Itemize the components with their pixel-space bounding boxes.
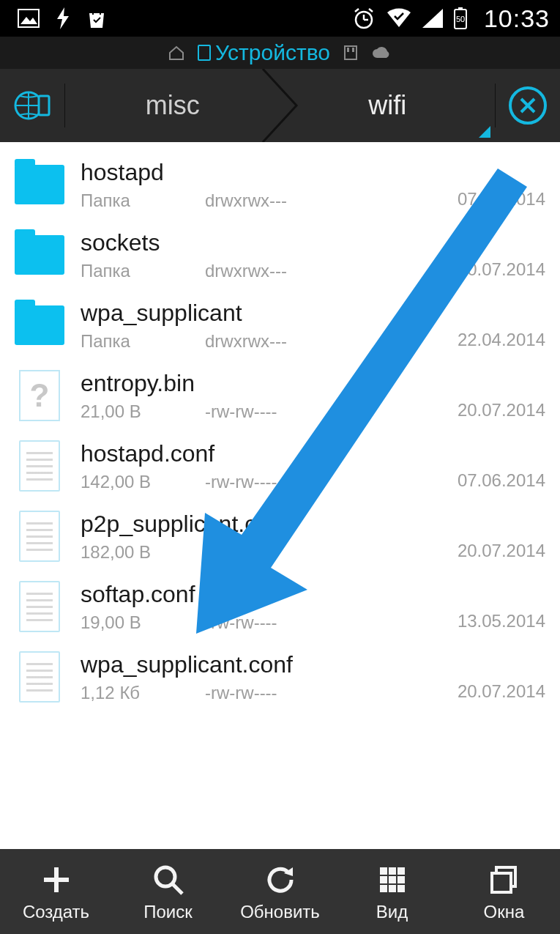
svg-rect-30 [397,867,405,875]
file-date: 07.06.2014 [458,189,545,212]
file-type: 19,00 B [81,612,205,633]
svg-rect-13 [347,48,349,52]
file-type: Папка [81,190,205,211]
create-button[interactable]: Создать [0,849,112,934]
tab-device[interactable]: Устройство [198,40,330,65]
file-row[interactable]: ?entropy.bin21,00 B-rw-rw----20.07.2014 [0,360,560,431]
file-type: Папка [81,261,205,281]
breadcrumb-bar: misc wifi [0,69,560,142]
battery-icon: 50 [453,7,468,29]
create-label: Создать [23,902,89,922]
document-icon [12,508,67,564]
tab-cloud[interactable] [371,46,392,59]
plus-icon [40,861,73,899]
folder-icon [12,157,67,212]
top-tab-bar: Устройство [0,37,560,69]
breadcrumb-misc[interactable]: misc [65,69,280,142]
svg-line-7 [369,9,373,12]
document-icon [12,438,67,494]
alarm-icon [352,7,376,29]
refresh-button[interactable]: Обновить [224,849,336,934]
bolt-icon [56,7,70,29]
view-button[interactable]: Вид [336,849,448,934]
file-permissions: -rw-rw---- [205,542,458,563]
file-row[interactable]: socketsПапкаdrwxrwx---20.07.2014 [0,220,560,290]
document-icon [12,579,67,634]
svg-marker-8 [422,9,443,28]
view-label: Вид [376,902,408,922]
file-name: entropy.bin [81,370,458,397]
file-type: Папка [81,331,205,352]
windows-icon [488,861,521,899]
folder-icon [12,227,67,283]
bottom-toolbar: Создать Поиск Обновить Вид Окна [0,849,560,934]
file-permissions: -rw-rw---- [205,683,458,703]
file-row[interactable]: hostapd.conf142,00 B-rw-rw----07.06.2014 [0,431,560,501]
windows-button[interactable]: Окна [448,849,560,934]
breadcrumb-wifi[interactable]: wifi [280,69,496,142]
folder-icon [12,297,67,353]
file-date: 07.06.2014 [458,470,545,494]
search-label: Поиск [143,902,193,922]
svg-rect-10 [458,7,463,10]
file-name: hostapd [81,159,458,186]
file-list: hostapdПапкаdrwxrwx---07.06.2014socketsП… [0,142,560,849]
svg-rect-36 [397,885,405,892]
svg-text:50: 50 [456,15,465,23]
svg-rect-35 [389,885,396,892]
file-row[interactable]: wpa_supplicantПапкаdrwxrwx---22.04.2014 [0,290,560,360]
svg-line-6 [355,9,359,12]
dropdown-indicator-icon [479,126,490,138]
svg-rect-33 [397,876,405,883]
file-permissions: drwxrwx--- [205,190,458,211]
tab-device-label: Устройство [215,40,330,65]
svg-rect-34 [380,885,387,892]
svg-marker-1 [20,17,37,24]
svg-rect-32 [389,876,396,883]
file-name: wpa_supplicant [81,300,458,327]
file-name: p2p_supplicant.conf [81,511,458,538]
file-name: hostapd.conf [81,440,458,467]
file-type: 142,00 B [81,472,205,492]
svg-rect-14 [352,48,354,52]
shopping-icon [86,7,107,29]
file-date: 20.07.2014 [458,681,545,705]
svg-rect-31 [380,876,387,883]
svg-rect-29 [389,867,396,875]
signal-icon [422,9,443,28]
file-date: 22.04.2014 [458,330,545,353]
svg-rect-18 [39,96,49,115]
clock-time: 10:33 [484,4,550,33]
file-type: 21,00 B [81,401,205,422]
file-permissions: -rw-rw---- [205,401,458,422]
svg-rect-0 [18,10,39,27]
breadcrumb-misc-label: misc [146,90,200,121]
refresh-icon [264,861,297,899]
file-date: 20.07.2014 [458,259,545,283]
android-status-bar: 50 10:33 [0,0,560,37]
file-row[interactable]: softap.conf19,00 B-rw-rw----13.05.2014 [0,571,560,642]
close-tab-button[interactable] [496,69,560,142]
file-name: softap.conf [81,581,458,608]
search-button[interactable]: Поиск [112,849,224,934]
file-permissions: drwxrwx--- [205,261,458,281]
svg-point-25 [156,867,175,886]
file-date: 20.07.2014 [458,400,545,423]
file-row[interactable]: p2p_supplicant.conf182,00 B-rw-rw----20.… [0,501,560,571]
tab-home[interactable] [168,45,184,60]
windows-label: Окна [484,902,525,922]
document-icon [12,649,67,705]
tab-sd[interactable] [343,45,358,61]
storage-picker-button[interactable] [0,69,64,142]
grid-icon [376,861,409,899]
svg-line-26 [173,884,182,894]
svg-rect-38 [492,873,511,892]
file-date: 20.07.2014 [458,541,545,564]
search-icon [152,861,185,899]
svg-marker-2 [57,7,69,29]
file-row[interactable]: hostapdПапкаdrwxrwx---07.06.2014 [0,149,560,220]
file-permissions: drwxrwx--- [205,331,458,352]
file-type: 1,12 Кб [81,683,205,703]
svg-rect-12 [345,46,356,59]
file-row[interactable]: wpa_supplicant.conf1,12 Кб-rw-rw----20.0… [0,642,560,712]
